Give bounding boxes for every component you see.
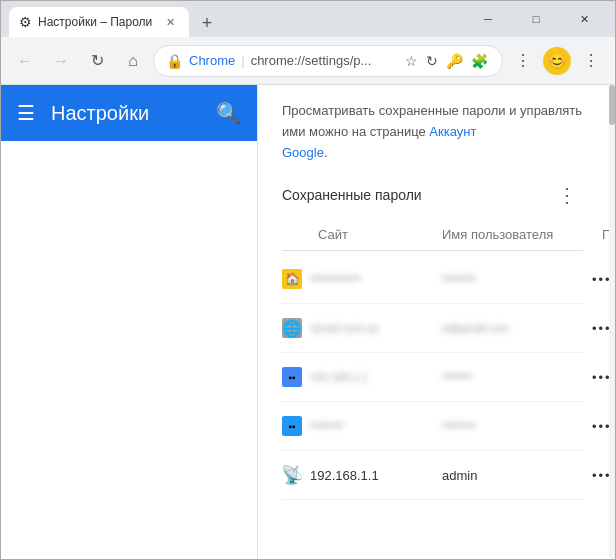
extensions-icon[interactable]: 🧩 — [469, 51, 490, 71]
table-row: 🏠 •••••••••••• •••••••• •••••••••• 👁 ⋮ — [282, 255, 583, 304]
main-area: Просматривать сохраненные пароли и управ… — [257, 85, 615, 559]
tab-area: ⚙ Настройки – Пароли ✕ + — [9, 1, 453, 37]
row-user-1: •••••••• — [442, 272, 592, 286]
scrollbar[interactable] — [609, 85, 615, 559]
section-title: Сохраненные пароли — [282, 187, 422, 203]
forward-button[interactable]: → — [45, 45, 77, 77]
tab-title: Настройки – Пароли — [38, 15, 155, 29]
site-name-5: 192.168.1.1 — [310, 468, 379, 483]
content-inner: Просматривать сохраненные пароли и управ… — [258, 85, 615, 516]
url-action-icons: ☆ ↻ 🔑 🧩 — [403, 51, 490, 71]
section-more-button[interactable]: ⋮ — [551, 179, 583, 211]
settings-header: ☰ Настройки 🔍 — [1, 85, 257, 141]
window-controls: ─ □ ✕ — [465, 4, 607, 34]
active-tab[interactable]: ⚙ Настройки – Пароли ✕ — [9, 7, 189, 37]
site-favicon-2: 🌐 — [282, 318, 302, 338]
table-row: 📡 192.168.1.1 admin •••••••••• ↘ ⋮ — [282, 451, 583, 500]
table-row: 🌐 1[mail.com.ua e@gmail.com •••••••• 👁 ⋮ — [282, 304, 583, 353]
row-user-2: e@gmail.com — [442, 322, 592, 334]
page-content: ☰ Настройки 🔍 Просматривать сохраненные … — [1, 85, 615, 559]
hamburger-icon[interactable]: ☰ — [17, 101, 35, 125]
site-favicon-1: 🏠 — [282, 269, 302, 289]
close-button[interactable]: ✕ — [561, 4, 607, 34]
more-button[interactable]: ⋮ — [575, 45, 607, 77]
restore-button[interactable]: □ — [513, 4, 559, 34]
row-user-5: admin — [442, 468, 592, 483]
tab-favicon: ⚙ — [19, 14, 32, 30]
url-text: chrome://settings/p... — [251, 53, 397, 68]
sidebar: ☰ Настройки 🔍 — [1, 85, 257, 559]
tab-close-button[interactable]: ✕ — [161, 13, 179, 31]
secure-icon: 🔒 — [166, 53, 183, 69]
toolbar-icons: ⋮ — [507, 45, 539, 77]
site-favicon-4: ▪▪ — [282, 416, 302, 436]
table-row: ▪▪ •••••••• •••••••• •••••••••• 👁 ⋮ — [282, 402, 583, 451]
row-site-2: 🌐 1[mail.com.ua — [282, 318, 442, 338]
row-site-1: 🏠 •••••••••••• — [282, 269, 442, 289]
menu-button[interactable]: ⋮ — [507, 45, 539, 77]
table-header: Сайт Имя пользователя Пароль — [282, 219, 583, 251]
site-name-3: 192.168.1.1 — [310, 371, 368, 383]
site-favicon-3: ▪▪ — [282, 367, 302, 387]
address-bar: ← → ↻ ⌂ 🔒 Chrome | chrome://settings/p..… — [1, 37, 615, 85]
site-name-1: •••••••••••• — [310, 272, 360, 286]
title-bar: ⚙ Настройки – Пароли ✕ + ─ □ ✕ — [1, 1, 615, 37]
row-site-5: 📡 192.168.1.1 — [282, 465, 442, 485]
site-name-2: 1[mail.com.ua — [310, 322, 378, 334]
col-site-header: Сайт — [282, 227, 442, 242]
history-icon[interactable]: ↻ — [424, 51, 440, 71]
new-tab-button[interactable]: + — [193, 9, 221, 37]
row-user-4: •••••••• — [442, 419, 592, 433]
url-separator: | — [241, 53, 244, 68]
profile-avatar[interactable]: 😊 — [543, 47, 571, 75]
bookmark-icon[interactable]: ☆ — [403, 51, 420, 71]
info-text-after: . — [324, 145, 328, 160]
row-user-3: ••••••• — [442, 370, 592, 384]
passwords-list: 🏠 •••••••••••• •••••••• •••••••••• 👁 ⋮ — [282, 255, 583, 500]
site-name-4: •••••••• — [310, 419, 344, 433]
home-button[interactable]: ⌂ — [117, 45, 149, 77]
row-site-4: ▪▪ •••••••• — [282, 416, 442, 436]
row-site-3: ▪▪ 192.168.1.1 — [282, 367, 442, 387]
back-button[interactable]: ← — [9, 45, 41, 77]
settings-title: Настройки — [51, 102, 200, 125]
info-paragraph: Просматривать сохраненные пароли и управ… — [282, 101, 583, 163]
url-bar[interactable]: 🔒 Chrome | chrome://settings/p... ☆ ↻ 🔑 … — [153, 45, 503, 77]
search-icon[interactable]: 🔍 — [216, 101, 241, 125]
browser-frame: ⚙ Настройки – Пароли ✕ + ─ □ ✕ ← → ↻ ⌂ 🔒… — [0, 0, 616, 560]
chrome-label: Chrome — [189, 53, 235, 68]
autofill-icon[interactable]: 🔑 — [444, 51, 465, 71]
refresh-button[interactable]: ↻ — [81, 45, 113, 77]
table-row: ▪▪ 192.168.1.1 ••••••• •••••••• 👁 ⋮ — [282, 353, 583, 402]
scrollbar-thumb[interactable] — [609, 85, 615, 125]
minimize-button[interactable]: ─ — [465, 4, 511, 34]
col-user-header: Имя пользователя — [442, 227, 602, 242]
site-favicon-5: 📡 — [282, 465, 302, 485]
section-header: Сохраненные пароли ⋮ — [282, 179, 583, 211]
